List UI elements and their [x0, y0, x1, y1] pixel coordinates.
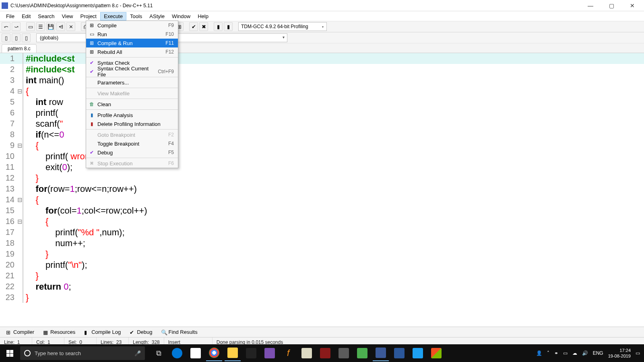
menu-item-syntax-check-current-file[interactable]: ✔Syntax Check Current FileCtrl+F9 [86, 67, 178, 76]
fold-toggle[interactable]: ⊟ [17, 142, 23, 149]
minimize-button[interactable]: — [584, 2, 597, 9]
menu-item-run[interactable]: ▭RunF10 [86, 30, 178, 39]
goto-bookmark-button[interactable]: ▯ [12, 33, 21, 42]
code-line[interactable]: 16⊟ { [0, 216, 644, 227]
stop-button[interactable]: ✖ [199, 22, 208, 31]
menu-window[interactable]: Window [168, 12, 194, 21]
menu-item-clean[interactable]: 🗑Clean [86, 100, 178, 109]
menu-item-shortcut: Ctrl+F9 [158, 69, 174, 74]
notepad-app[interactable] [299, 345, 315, 361]
code-line[interactable]: 19 } [0, 249, 644, 259]
onedrive-icon[interactable]: ☁ [572, 350, 577, 356]
code-line[interactable]: 21 } [0, 270, 644, 281]
menu-edit[interactable]: Edit [18, 12, 34, 21]
code-line[interactable]: 12 } [0, 173, 644, 183]
menu-item-label: Syntax Check [96, 60, 174, 66]
code-line[interactable]: 15 for(col=1;col<=row;col++) [0, 205, 644, 216]
fold-toggle[interactable]: ⊟ [17, 196, 23, 204]
code-line[interactable]: 13 for(row=1;row<=n;row++) [0, 183, 644, 194]
code-line[interactable]: 18 num++; [0, 238, 644, 249]
menu-item-debug[interactable]: ✔DebugF5 [86, 148, 178, 157]
menu-tools[interactable]: Tools [126, 12, 146, 21]
twitter-app[interactable] [410, 345, 426, 361]
app-f[interactable]: f [280, 345, 296, 361]
code-line[interactable]: 23} [0, 292, 644, 303]
code-line[interactable]: 14⊟ { [0, 194, 644, 205]
menu-item-compile-run[interactable]: ⊞Compile & RunF11 [86, 39, 178, 47]
debug-button[interactable]: ✔ [189, 22, 198, 31]
menu-item-compile[interactable]: ⊞CompileF9 [86, 21, 178, 30]
profile-button[interactable]: ▮ [214, 22, 223, 31]
ms-app[interactable] [428, 345, 444, 361]
forward-button[interactable]: ⤻ [12, 22, 21, 31]
code-text: } [26, 249, 48, 259]
open-button[interactable]: ☰ [36, 22, 45, 31]
file-explorer-app[interactable] [225, 345, 241, 361]
taskbar-search[interactable]: Type here to search 🎤 [20, 346, 145, 360]
terminal-app[interactable] [243, 345, 259, 361]
action-center-icon[interactable]: ▭ [636, 350, 640, 356]
menu-execute[interactable]: Execute [100, 12, 126, 21]
menu-item-delete-profiling-information[interactable]: ▮Delete Profiling Information [86, 119, 178, 128]
code-text: } [26, 173, 39, 183]
save-all-button[interactable]: ⩤ [56, 22, 65, 31]
code-line[interactable]: 17 printf("%d ",num); [0, 227, 644, 238]
bottom-tab-resources[interactable]: ▦Resources [39, 327, 79, 337]
file-tab-active[interactable]: pattern 8.c [2, 44, 37, 53]
toggle-bookmark-button[interactable]: ▯ [22, 33, 31, 42]
word-app[interactable] [391, 345, 407, 361]
code-line[interactable]: 20 printf("\n"); [0, 259, 644, 270]
save-button[interactable]: 💾 [46, 22, 55, 31]
menu-search[interactable]: Search [34, 12, 58, 21]
chrome-app[interactable] [206, 345, 222, 361]
bottom-tab-compile-log[interactable]: ▮Compile Log [80, 327, 124, 337]
fold-toggle[interactable]: ⊟ [17, 88, 23, 95]
delete-profile-button[interactable]: ▮ [224, 22, 233, 31]
menu-item-profile-analysis[interactable]: ▮Profile Analysis [86, 111, 178, 119]
bottom-tab-debug[interactable]: ✔Debug [126, 327, 156, 337]
onenote-app[interactable] [262, 345, 278, 361]
code-line[interactable]: 22 return 0; [0, 281, 644, 292]
close-file-button[interactable]: ⨯ [66, 22, 75, 31]
code-text: { [26, 140, 39, 151]
menu-item-rebuild-all[interactable]: ⊞Rebuild AllF12 [86, 47, 178, 56]
compiler-selector[interactable]: TDM-GCC 4.9.2 64-bit Profiling [238, 22, 327, 31]
back-button[interactable]: ⤺ [2, 22, 10, 31]
app-green[interactable] [354, 345, 370, 361]
taskbar-clock[interactable]: 17:24 19-08-2019 [608, 348, 631, 359]
menu-project[interactable]: Project [77, 12, 100, 21]
menu-item-icon: ▭ [88, 31, 96, 37]
menu-item-icon: ⊞ [88, 49, 96, 55]
menu-help[interactable]: Help [194, 12, 212, 21]
menu-item-shortcut: F4 [168, 141, 174, 146]
bottom-tab-compiler[interactable]: ⊞Compiler [2, 327, 38, 337]
menu-file[interactable]: File [2, 12, 18, 21]
tray-chevron-icon[interactable]: ˄ [547, 350, 549, 356]
battery-icon[interactable]: ▭ [563, 350, 568, 356]
edge-app[interactable] [169, 345, 185, 361]
close-button[interactable]: ✕ [626, 2, 638, 9]
menu-view[interactable]: View [58, 12, 77, 21]
wifi-icon[interactable]: ⚭ [554, 350, 558, 356]
mail-app[interactable] [336, 345, 352, 361]
language-indicator[interactable]: ENG [593, 350, 603, 356]
maximize-button[interactable]: ▢ [605, 2, 617, 9]
menu-item-toggle-breakpoint[interactable]: Toggle BreakpointF4 [86, 139, 178, 148]
goto-func-button[interactable]: ▯ [2, 33, 10, 42]
mic-icon[interactable]: 🎤 [134, 350, 141, 356]
start-button[interactable] [0, 344, 19, 362]
task-view-button[interactable]: ⧉ [151, 345, 167, 361]
bottom-tab-find-results[interactable]: 🔍Find Results [157, 327, 201, 337]
menu-item-shortcut: F5 [168, 150, 174, 155]
store-app[interactable] [188, 345, 204, 361]
devcpp-app[interactable] [373, 345, 389, 361]
volume-icon[interactable]: 🔊 [582, 350, 588, 356]
new-file-button[interactable]: ▭ [26, 22, 35, 31]
menu-item-parameters-[interactable]: Parameters... [86, 78, 178, 87]
fold-toggle[interactable]: ⊟ [17, 218, 23, 225]
code-text: exit(0); [26, 162, 72, 173]
code-text: #include<st [26, 53, 75, 64]
people-icon[interactable]: 👤 [536, 350, 542, 356]
menu-astyle[interactable]: AStyle [146, 12, 168, 21]
app-red[interactable] [317, 345, 333, 361]
